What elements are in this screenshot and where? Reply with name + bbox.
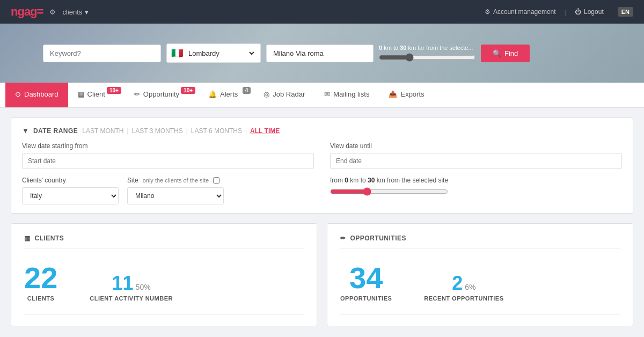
stats-row: ▦ CLIENTS 22 CLIENTS 11 50% CLIENT ACTIV… bbox=[11, 223, 633, 326]
opportunity-icon: ✏ bbox=[134, 90, 140, 98]
range-inner bbox=[330, 187, 622, 196]
recent-opp-number: 2 6% bbox=[452, 274, 475, 293]
filter-start-col: View date starting from bbox=[22, 142, 314, 169]
only-clients-label: only the clients of the site bbox=[143, 177, 209, 184]
nav-clients-dropdown[interactable]: clients ▾ bbox=[62, 8, 89, 16]
range-suffix: km far from the selecte... bbox=[408, 45, 473, 51]
flag-icon: 🇮🇹 bbox=[171, 47, 183, 59]
opportunities-panel-icon: ✏ bbox=[340, 235, 346, 242]
site-col: Site only the clients of the site Milano bbox=[127, 177, 224, 204]
filter-distance-slider[interactable] bbox=[330, 187, 448, 196]
gear-icon-sm: ⚙ bbox=[485, 8, 491, 16]
clients-divider bbox=[24, 314, 304, 315]
clients-figures: 22 CLIENTS 11 50% CLIENT ACTIVITY NUMBER bbox=[24, 258, 304, 310]
account-management-button[interactable]: ⚙ Account management bbox=[476, 8, 565, 16]
tab-mailing-lists[interactable]: ✉ Mailing lists bbox=[314, 83, 379, 107]
language-badge[interactable]: EN bbox=[618, 7, 633, 17]
range-km-to: km to bbox=[384, 45, 400, 51]
distance-slider[interactable] bbox=[379, 53, 475, 62]
keyword-input[interactable] bbox=[43, 45, 161, 62]
power-icon: ⏻ bbox=[575, 8, 581, 16]
opportunities-figures: 34 OPPORTUNITIES 2 6% RECENT OPPORTUNITI… bbox=[340, 258, 620, 310]
filter-dates-row: View date starting from View date until bbox=[22, 142, 622, 169]
tab-client[interactable]: ▦ Client 10+ bbox=[68, 83, 125, 107]
top-nav-right: ⚙ Account management | ⏻ Logout EN bbox=[476, 7, 633, 17]
start-date-input[interactable] bbox=[22, 153, 314, 169]
clients-count: 22 bbox=[24, 263, 57, 293]
hero-search: 🇮🇹 Lombardy 0 km to 30 km far from the s… bbox=[0, 24, 644, 83]
opportunities-big-stat: 34 OPPORTUNITIES bbox=[340, 263, 392, 302]
opportunities-count-label: OPPORTUNITIES bbox=[340, 295, 392, 302]
country-select[interactable]: Italy bbox=[22, 187, 119, 204]
opportunity-badge: 10+ bbox=[181, 87, 195, 94]
opportunities-panel-header: ✏ OPPORTUNITIES bbox=[340, 235, 620, 249]
only-clients-checkbox[interactable] bbox=[213, 177, 219, 184]
tab-job-radar[interactable]: ◎ Job Radar bbox=[254, 83, 314, 107]
date-link-last-3months[interactable]: LAST 3 MONTHS bbox=[132, 127, 183, 135]
date-range-links: LAST MONTH | LAST 3 MONTHS | LAST 6 MONT… bbox=[82, 127, 280, 135]
clients-big-stat: 22 CLIENTS bbox=[24, 263, 57, 302]
range-to-val: 30 bbox=[368, 177, 377, 184]
filter-range-col: from 0 km to 30 km from the selected sit… bbox=[330, 177, 622, 196]
clients-activity-number: 11 50% bbox=[112, 274, 151, 293]
site-select[interactable]: Milano bbox=[127, 187, 224, 204]
recent-opp-label: RECENT OPPORTUNITIES bbox=[424, 295, 503, 302]
recent-opp-stat: 2 6% RECENT OPPORTUNITIES bbox=[424, 274, 503, 302]
filter-site-row: Clients' country Italy Site only the cli… bbox=[22, 177, 314, 204]
date-link-all-time[interactable]: ALL TIME bbox=[250, 127, 280, 135]
tab-exports[interactable]: 📤 Exports bbox=[379, 83, 434, 107]
gear-icon: ⚙ bbox=[49, 8, 56, 16]
clients-panel: ▦ CLIENTS 22 CLIENTS 11 50% CLIENT ACTIV… bbox=[11, 223, 317, 326]
logo: ngag= bbox=[11, 5, 43, 19]
region-select[interactable]: Lombardy bbox=[186, 49, 256, 58]
range-label: 0 km to 30 km far from the selecte... bbox=[379, 45, 475, 51]
range-distance-label: from 0 km to 30 km from the selected sit… bbox=[330, 177, 622, 184]
tab-alerts[interactable]: 🔔 Alerts 4 bbox=[199, 83, 254, 107]
logout-button[interactable]: ⏻ Logout bbox=[566, 8, 612, 16]
clients-count-label: CLIENTS bbox=[27, 295, 55, 302]
clients-panel-icon: ▦ bbox=[24, 235, 31, 242]
tab-opportunity[interactable]: ✏ Opportunity 10+ bbox=[125, 83, 199, 107]
date-link-last-6months[interactable]: LAST 6 MONTHS bbox=[191, 127, 242, 135]
end-date-input[interactable] bbox=[330, 153, 622, 169]
client-icon: ▦ bbox=[78, 90, 84, 98]
job-radar-icon: ◎ bbox=[264, 90, 269, 98]
site-label-row: Site only the clients of the site bbox=[127, 177, 224, 184]
range-wrap: 0 km to 30 km far from the selecte... bbox=[379, 45, 475, 62]
main-content: ▼ DATE RANGE LAST MONTH | LAST 3 MONTHS … bbox=[0, 108, 644, 336]
country-col: Clients' country Italy bbox=[22, 177, 119, 204]
exports-icon: 📤 bbox=[389, 90, 397, 98]
location-input[interactable] bbox=[266, 45, 374, 62]
clients-panel-header: ▦ CLIENTS bbox=[24, 235, 304, 249]
alerts-icon: 🔔 bbox=[208, 90, 217, 98]
filter-header: ▼ DATE RANGE LAST MONTH | LAST 3 MONTHS … bbox=[22, 127, 622, 135]
tabs-bar: ⊙ Dashboard ▦ Client 10+ ✏ Opportunity 1… bbox=[0, 83, 644, 108]
range-from-val: 0 bbox=[345, 177, 350, 184]
site-label: Site bbox=[127, 177, 138, 184]
opportunities-panel: ✏ OPPORTUNITIES 34 OPPORTUNITIES 2 6% RE… bbox=[327, 223, 633, 326]
filter-end-col: View date until bbox=[330, 142, 622, 169]
region-select-wrap: 🇮🇹 Lombardy bbox=[166, 43, 261, 63]
country-label: Clients' country bbox=[22, 177, 119, 184]
date-link-last-month[interactable]: LAST MONTH bbox=[82, 127, 123, 135]
dashboard-icon: ⊙ bbox=[15, 90, 21, 98]
start-date-label: View date starting from bbox=[22, 142, 314, 150]
filter-box: ▼ DATE RANGE LAST MONTH | LAST 3 MONTHS … bbox=[11, 118, 633, 214]
filter-title: DATE RANGE bbox=[33, 127, 78, 135]
find-button[interactable]: 🔍 Find bbox=[481, 45, 530, 62]
mailing-icon: ✉ bbox=[324, 90, 330, 98]
filter-icon: ▼ bbox=[22, 127, 29, 135]
opportunities-count: 34 bbox=[349, 263, 383, 293]
opportunities-divider bbox=[340, 314, 620, 315]
filter-bottom-row: Clients' country Italy Site only the cli… bbox=[22, 177, 622, 204]
alerts-badge: 4 bbox=[243, 87, 251, 94]
client-badge: 10+ bbox=[107, 87, 121, 94]
top-nav: ngag= ⚙ clients ▾ ⚙ Account management |… bbox=[0, 0, 644, 24]
clients-activity-pct: 50% bbox=[136, 283, 151, 291]
clients-activity-stat: 11 50% CLIENT ACTIVITY NUMBER bbox=[90, 274, 173, 302]
end-date-label: View date until bbox=[330, 142, 622, 150]
tab-dashboard[interactable]: ⊙ Dashboard bbox=[5, 83, 68, 107]
recent-opp-pct: 6% bbox=[465, 283, 475, 291]
top-nav-left: ngag= ⚙ clients ▾ bbox=[11, 5, 89, 19]
search-icon: 🔍 bbox=[493, 49, 501, 57]
